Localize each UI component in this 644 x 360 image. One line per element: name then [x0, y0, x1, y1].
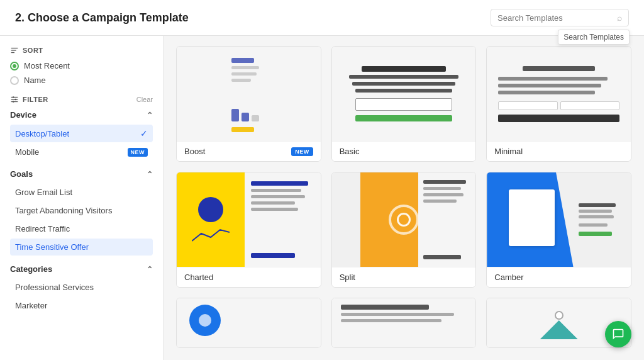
template-basic-preview	[332, 47, 476, 141]
goal-redirect[interactable]: Redirect Traffic	[10, 220, 153, 237]
mobile-new-badge: NEW	[128, 148, 148, 157]
goal-abandoning[interactable]: Target Abandoning Visitors	[10, 202, 153, 219]
template-camber-footer: Camber	[487, 267, 631, 287]
template-minimal-preview	[487, 47, 631, 141]
sort-header: SORT	[10, 46, 153, 55]
filter-icon	[10, 95, 19, 104]
template-split-preview	[332, 172, 476, 267]
filter-section: FILTER Clear Device ⌃ Desktop/Tablet ✓ M…	[10, 95, 153, 314]
goals-filter-title[interactable]: Goals ⌃	[10, 169, 153, 179]
template-boost-name: Boost	[184, 147, 205, 156]
chevron-up-icon-goals: ⌃	[147, 170, 153, 179]
main-content: SORT Most Recent Name	[0, 36, 644, 360]
template-charted-footer: Charted	[177, 267, 321, 287]
categories-list: Professional Services Marketer	[10, 279, 153, 314]
filter-header-left: FILTER	[10, 95, 48, 104]
template-grid-area: Boost NEW Basic	[164, 36, 644, 360]
goals-list: Grow Email List Target Abandoning Visito…	[10, 184, 153, 256]
sort-name[interactable]: Name	[10, 76, 153, 85]
page-header: 2. Choose a Campaign Template ⌕ Search T…	[0, 0, 644, 36]
search-icon: ⌕	[617, 13, 622, 23]
clear-filter-button[interactable]: Clear	[136, 96, 153, 103]
template-camber-name: Camber	[494, 273, 523, 282]
svg-point-8	[13, 101, 14, 103]
sort-section: SORT Most Recent Name	[10, 46, 153, 85]
template-split[interactable]: Split	[331, 172, 477, 288]
goal-grow-email[interactable]: Grow Email List	[10, 184, 153, 201]
search-input[interactable]	[497, 13, 617, 23]
template-minimal-footer: Minimal	[487, 141, 631, 161]
template-charted-name: Charted	[184, 273, 213, 282]
template-partial-1[interactable]	[176, 298, 321, 348]
page-title: 2. Choose a Campaign Template	[15, 11, 189, 25]
search-box[interactable]: ⌕ Search Templates	[491, 9, 629, 26]
check-icon: ✓	[140, 128, 148, 138]
goal-time-sensitive[interactable]: Time Sensitive Offer	[10, 239, 153, 256]
chevron-up-icon: ⌃	[147, 111, 153, 120]
chat-icon	[612, 328, 625, 340]
template-partial-2[interactable]	[331, 298, 477, 348]
radio-name	[10, 76, 19, 85]
svg-point-7	[14, 99, 16, 101]
chat-button[interactable]	[605, 321, 631, 347]
template-charted-preview	[177, 172, 321, 267]
categories-filter-title[interactable]: Categories ⌃	[10, 264, 153, 274]
template-split-name: Split	[340, 273, 355, 282]
filter-mobile[interactable]: Mobile NEW	[10, 143, 153, 160]
sort-options: Most Recent Name	[10, 61, 153, 85]
goals-filter-group: Goals ⌃ Grow Email List Target Abandonin…	[10, 169, 153, 256]
search-tooltip: Search Templates	[558, 30, 630, 45]
device-filter-group: Device ⌃ Desktop/Tablet ✓ Mobile NEW	[10, 110, 153, 160]
boost-new-badge: NEW	[291, 147, 313, 156]
sidebar: SORT Most Recent Name	[0, 36, 164, 360]
template-boost-preview	[177, 47, 321, 141]
cat-professional[interactable]: Professional Services	[10, 279, 153, 296]
template-camber[interactable]: Camber	[486, 172, 631, 288]
filter-desktop[interactable]: Desktop/Tablet ✓	[10, 125, 153, 142]
device-filter-title[interactable]: Device ⌃	[10, 110, 153, 120]
template-boost[interactable]: Boost NEW	[176, 46, 321, 162]
template-basic-footer: Basic	[332, 141, 476, 161]
sort-most-recent[interactable]: Most Recent	[10, 61, 153, 70]
template-boost-footer: Boost NEW	[177, 141, 321, 161]
template-grid: Boost NEW Basic	[176, 46, 631, 348]
sort-icon	[10, 46, 19, 55]
template-basic[interactable]: Basic	[331, 46, 477, 162]
template-basic-name: Basic	[340, 147, 360, 156]
filter-header: FILTER Clear	[10, 95, 153, 104]
svg-point-6	[13, 96, 14, 98]
template-minimal[interactable]: Minimal	[486, 46, 631, 162]
template-camber-preview	[487, 172, 631, 267]
categories-filter-group: Categories ⌃ Professional Services Marke…	[10, 264, 153, 314]
radio-most-recent	[10, 62, 19, 70]
cat-marketer[interactable]: Marketer	[10, 297, 153, 314]
chevron-up-icon-cats: ⌃	[147, 265, 153, 274]
template-minimal-name: Minimal	[494, 147, 523, 156]
template-split-footer: Split	[332, 267, 476, 287]
template-charted[interactable]: Charted	[176, 172, 321, 288]
